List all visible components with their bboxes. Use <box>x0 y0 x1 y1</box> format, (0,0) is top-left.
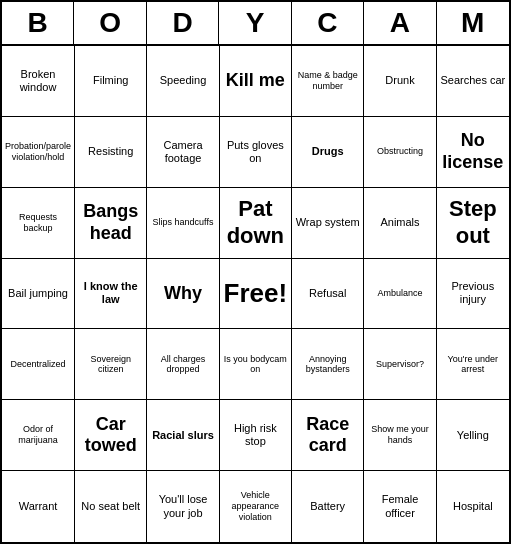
bingo-cell[interactable]: Ambulance <box>364 259 436 330</box>
bingo-cell[interactable]: Bangs head <box>75 188 147 259</box>
bingo-cell[interactable]: Annoying bystanders <box>292 329 364 400</box>
header-D: D <box>147 2 219 44</box>
bingo-cell[interactable]: Race card <box>292 400 364 471</box>
bingo-cell[interactable]: I know the law <box>75 259 147 330</box>
bingo-cell[interactable]: Pat down <box>220 188 292 259</box>
bingo-cell[interactable]: Animals <box>364 188 436 259</box>
bingo-cell[interactable]: Battery <box>292 471 364 542</box>
bingo-cell[interactable]: Warrant <box>2 471 75 542</box>
bingo-card: BODYCAM Broken windowFilmingSpeedingKill… <box>0 0 511 544</box>
header-O: O <box>74 2 146 44</box>
bingo-cell[interactable]: Resisting <box>75 117 147 188</box>
bingo-cell[interactable]: Is you bodycam on <box>220 329 292 400</box>
bingo-cell[interactable]: Odor of marijuana <box>2 400 75 471</box>
header-M: M <box>437 2 509 44</box>
header-B: B <box>2 2 74 44</box>
bingo-cell[interactable]: Bail jumping <box>2 259 75 330</box>
bingo-cell[interactable]: High risk stop <box>220 400 292 471</box>
bingo-cell[interactable]: Drugs <box>292 117 364 188</box>
bingo-cell[interactable]: Camera footage <box>147 117 219 188</box>
bingo-cell[interactable]: Previous injury <box>437 259 509 330</box>
bingo-cell[interactable]: You'll lose your job <box>147 471 219 542</box>
bingo-grid: Broken windowFilmingSpeedingKill meName … <box>2 46 509 542</box>
bingo-cell[interactable]: Vehicle appearance violation <box>220 471 292 542</box>
bingo-cell[interactable]: Racial slurs <box>147 400 219 471</box>
bingo-cell[interactable]: No seat belt <box>75 471 147 542</box>
bingo-cell[interactable]: Searches car <box>437 46 509 117</box>
bingo-cell[interactable]: Speeding <box>147 46 219 117</box>
bingo-cell[interactable]: Supervisor? <box>364 329 436 400</box>
bingo-cell[interactable]: Wrap system <box>292 188 364 259</box>
bingo-cell[interactable]: Hospital <box>437 471 509 542</box>
bingo-cell[interactable]: Free! <box>220 259 292 330</box>
bingo-cell[interactable]: Decentralized <box>2 329 75 400</box>
bingo-cell[interactable]: All charges dropped <box>147 329 219 400</box>
bingo-cell[interactable]: No license <box>437 117 509 188</box>
bingo-cell[interactable]: Step out <box>437 188 509 259</box>
bingo-cell[interactable]: Car towed <box>75 400 147 471</box>
bingo-cell[interactable]: Sovereign citizen <box>75 329 147 400</box>
header-row: BODYCAM <box>2 2 509 46</box>
header-Y: Y <box>219 2 291 44</box>
bingo-cell[interactable]: Why <box>147 259 219 330</box>
bingo-cell[interactable]: Obstructing <box>364 117 436 188</box>
bingo-cell[interactable]: Female officer <box>364 471 436 542</box>
bingo-cell[interactable]: Slips handcuffs <box>147 188 219 259</box>
bingo-cell[interactable]: Yelling <box>437 400 509 471</box>
bingo-cell[interactable]: Refusal <box>292 259 364 330</box>
bingo-cell[interactable]: Broken window <box>2 46 75 117</box>
header-A: A <box>364 2 436 44</box>
bingo-cell[interactable]: Name & badge number <box>292 46 364 117</box>
bingo-cell[interactable]: Filming <box>75 46 147 117</box>
bingo-cell[interactable]: Puts gloves on <box>220 117 292 188</box>
bingo-cell[interactable]: Probation/parole violation/hold <box>2 117 75 188</box>
bingo-cell[interactable]: You're under arrest <box>437 329 509 400</box>
bingo-cell[interactable]: Drunk <box>364 46 436 117</box>
bingo-cell[interactable]: Kill me <box>220 46 292 117</box>
bingo-cell[interactable]: Requests backup <box>2 188 75 259</box>
bingo-cell[interactable]: Show me your hands <box>364 400 436 471</box>
header-C: C <box>292 2 364 44</box>
